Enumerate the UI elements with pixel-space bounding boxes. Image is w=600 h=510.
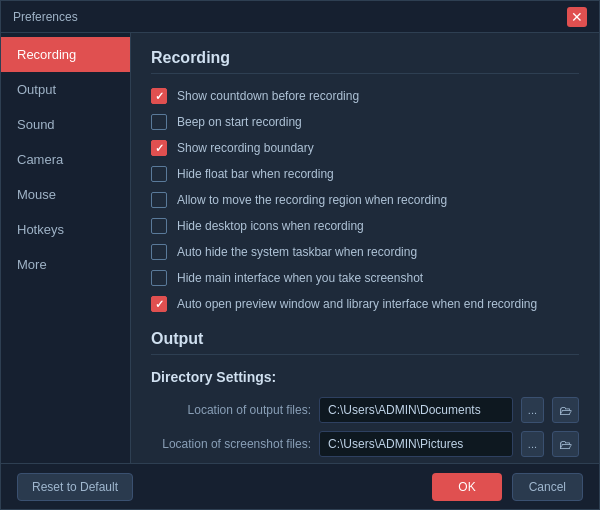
checkbox-beep[interactable] <box>151 114 167 130</box>
sidebar-item-output[interactable]: Output <box>1 72 130 107</box>
checkbox-row-desktop-icons: Hide desktop icons when recording <box>151 218 579 234</box>
title-bar: Preferences ✕ <box>1 1 599 33</box>
output-files-label: Location of output files: <box>151 403 311 417</box>
dialog-title: Preferences <box>13 10 78 24</box>
checkbox-beep-label: Beep on start recording <box>177 115 302 129</box>
checkbox-desktop-icons-label: Hide desktop icons when recording <box>177 219 364 233</box>
checkbox-countdown[interactable] <box>151 88 167 104</box>
cancel-button[interactable]: Cancel <box>512 473 583 501</box>
sidebar-item-hotkeys[interactable]: Hotkeys <box>1 212 130 247</box>
checkbox-row-boundary: Show recording boundary <box>151 140 579 156</box>
checkbox-row-taskbar: Auto hide the system taskbar when record… <box>151 244 579 260</box>
checkbox-row-float-bar: Hide float bar when recording <box>151 166 579 182</box>
checkbox-hide-main[interactable] <box>151 270 167 286</box>
sidebar-item-sound[interactable]: Sound <box>1 107 130 142</box>
output-files-input[interactable] <box>319 397 513 423</box>
checkbox-float-bar-label: Hide float bar when recording <box>177 167 334 181</box>
sidebar: Recording Output Sound Camera Mouse Hotk… <box>1 33 131 463</box>
output-section-title: Output <box>151 330 579 355</box>
checkbox-float-bar[interactable] <box>151 166 167 182</box>
close-button[interactable]: ✕ <box>567 7 587 27</box>
sidebar-item-more[interactable]: More <box>1 247 130 282</box>
screenshot-files-browse-folder[interactable]: 🗁 <box>552 431 579 457</box>
checkbox-row-auto-open: Auto open preview window and library int… <box>151 296 579 312</box>
footer: Reset to Default OK Cancel <box>1 463 599 509</box>
checkbox-row-hide-main: Hide main interface when you take screen… <box>151 270 579 286</box>
output-section: Output Directory Settings: Location of o… <box>151 330 579 463</box>
checkbox-row-countdown: Show countdown before recording <box>151 88 579 104</box>
checkbox-auto-open[interactable] <box>151 296 167 312</box>
checkbox-taskbar-label: Auto hide the system taskbar when record… <box>177 245 417 259</box>
sidebar-item-recording[interactable]: Recording <box>1 37 130 72</box>
screenshot-files-input[interactable] <box>319 431 513 457</box>
output-files-browse-dots[interactable]: ... <box>521 397 544 423</box>
recording-section-title: Recording <box>151 49 579 74</box>
ok-button[interactable]: OK <box>432 473 501 501</box>
checkbox-row-move-region: Allow to move the recording region when … <box>151 192 579 208</box>
checkbox-auto-open-label: Auto open preview window and library int… <box>177 297 537 311</box>
checkbox-countdown-label: Show countdown before recording <box>177 89 359 103</box>
directory-settings-label: Directory Settings: <box>151 369 579 385</box>
main-content: Recording Output Sound Camera Mouse Hotk… <box>1 33 599 463</box>
checkbox-hide-main-label: Hide main interface when you take screen… <box>177 271 423 285</box>
output-files-row: Location of output files: ... 🗁 <box>151 397 579 423</box>
checkbox-move-region[interactable] <box>151 192 167 208</box>
content-area: Recording Show countdown before recordin… <box>131 33 599 463</box>
preferences-dialog: Preferences ✕ Recording Output Sound Cam… <box>0 0 600 510</box>
checkbox-move-region-label: Allow to move the recording region when … <box>177 193 447 207</box>
output-files-browse-folder[interactable]: 🗁 <box>552 397 579 423</box>
footer-right: OK Cancel <box>432 473 583 501</box>
checkbox-boundary[interactable] <box>151 140 167 156</box>
checkbox-taskbar[interactable] <box>151 244 167 260</box>
checkbox-row-beep: Beep on start recording <box>151 114 579 130</box>
sidebar-item-camera[interactable]: Camera <box>1 142 130 177</box>
checkbox-boundary-label: Show recording boundary <box>177 141 314 155</box>
checkbox-desktop-icons[interactable] <box>151 218 167 234</box>
sidebar-item-mouse[interactable]: Mouse <box>1 177 130 212</box>
screenshot-files-row: Location of screenshot files: ... 🗁 <box>151 431 579 457</box>
reset-button[interactable]: Reset to Default <box>17 473 133 501</box>
screenshot-files-browse-dots[interactable]: ... <box>521 431 544 457</box>
screenshot-files-label: Location of screenshot files: <box>151 437 311 451</box>
